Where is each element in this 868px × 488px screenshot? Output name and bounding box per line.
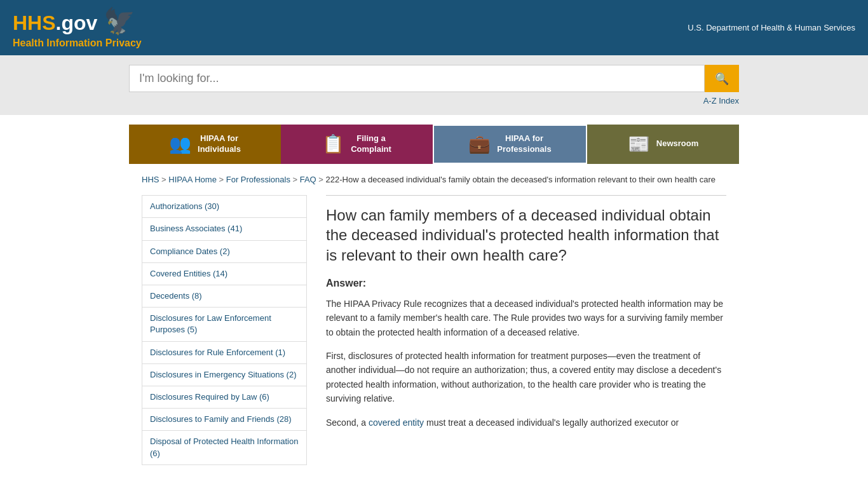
az-index-row: A-Z Index: [129, 95, 739, 105]
nav-filing-label: Filing aComplaint: [351, 133, 391, 155]
sidebar-link-business-associates[interactable]: Business Associates (41): [142, 218, 306, 240]
article-title: How can family members of a deceased ind…: [326, 205, 726, 265]
main-nav: 👥 HIPAA forIndividuals 📋 Filing aComplai…: [0, 125, 868, 164]
article-divider: [326, 195, 726, 196]
sidebar-item: Authorizations (30): [142, 196, 306, 218]
sidebar-item: Disclosures in Emergency Situations (2): [142, 364, 306, 386]
article-para-3: Second, a covered entity must treat a de…: [326, 416, 726, 430]
breadcrumb-current: 222-How a deceased individual's family o…: [326, 175, 715, 184]
nav-hipaa-individuals-label: HIPAA forIndividuals: [198, 133, 241, 155]
search-input[interactable]: [129, 65, 705, 92]
sidebar-item: Disclosures to Family and Friends (28): [142, 409, 306, 431]
gov-text: .gov: [56, 11, 98, 35]
header-left: HHS .gov 🦅 Health Information Privacy: [13, 6, 142, 49]
sidebar-link-required-by-law[interactable]: Disclosures Required by Law (6): [142, 386, 306, 408]
sidebar-item: Disposal of Protected Health Information…: [142, 431, 306, 464]
search-section: 🔍 A-Z Index: [0, 55, 868, 115]
sidebar-item: Business Associates (41): [142, 218, 306, 240]
sidebar-link-disposal[interactable]: Disposal of Protected Health Information…: [142, 431, 306, 464]
header-subtitle: Health Information Privacy: [13, 37, 142, 49]
breadcrumb: HHS > HIPAA Home > For Professionals > F…: [142, 173, 726, 186]
nav-professionals-label: HIPAA forProfessionals: [497, 133, 551, 155]
article-para-2: First, disclosures of protected health i…: [326, 349, 726, 406]
nav-filing-complaint[interactable]: 📋 Filing aComplaint: [281, 125, 433, 164]
breadcrumb-faq[interactable]: FAQ: [300, 175, 316, 184]
sidebar-link-authorizations[interactable]: Authorizations (30): [142, 196, 306, 217]
search-button[interactable]: 🔍: [705, 65, 739, 92]
individuals-icon: 👥: [169, 133, 191, 154]
sidebar: Authorizations (30) Business Associates …: [142, 195, 307, 464]
newsroom-icon: 📰: [628, 133, 650, 154]
sidebar-item: Compliance Dates (2): [142, 241, 306, 263]
sidebar-item: Disclosures Required by Law (6): [142, 386, 306, 409]
nav-buttons: 👥 HIPAA forIndividuals 📋 Filing aComplai…: [129, 125, 739, 164]
sidebar-link-decedents[interactable]: Decedents (8): [142, 285, 306, 307]
agency-name: U.S. Department of Health & Human Servic…: [688, 23, 855, 32]
sidebar-link-emergency-situations[interactable]: Disclosures in Emergency Situations (2): [142, 364, 306, 386]
content-layout: Authorizations (30) Business Associates …: [142, 195, 726, 464]
sidebar-link-law-enforcement[interactable]: Disclosures for Law Enforcement Purposes…: [142, 308, 306, 341]
sidebar-link-rule-enforcement[interactable]: Disclosures for Rule Enforcement (1): [142, 342, 306, 363]
breadcrumb-hipaa-home[interactable]: HIPAA Home: [168, 175, 217, 184]
answer-label: Answer:: [326, 278, 726, 289]
breadcrumb-hhs[interactable]: HHS: [142, 175, 159, 184]
az-index-link[interactable]: A-Z Index: [703, 96, 739, 105]
main-content: HHS > HIPAA Home > For Professionals > F…: [129, 173, 739, 465]
hhs-text: HHS: [13, 11, 56, 35]
professionals-icon: 💼: [468, 133, 491, 154]
nav-hipaa-individuals[interactable]: 👥 HIPAA forIndividuals: [129, 125, 281, 164]
sidebar-item: Decedents (8): [142, 285, 306, 308]
sidebar-link-compliance-dates[interactable]: Compliance Dates (2): [142, 241, 306, 262]
nav-hipaa-professionals[interactable]: 💼 HIPAA forProfessionals: [433, 125, 587, 164]
sidebar-item: Covered Entities (14): [142, 263, 306, 285]
filing-icon: 📋: [322, 133, 344, 154]
article-para-1: The HIPAA Privacy Rule recognizes that a…: [326, 297, 726, 339]
sidebar-link-covered-entities[interactable]: Covered Entities (14): [142, 263, 306, 285]
article: How can family members of a deceased ind…: [320, 195, 726, 439]
sidebar-link-family-friends[interactable]: Disclosures to Family and Friends (28): [142, 409, 306, 430]
sidebar-item: Disclosures for Law Enforcement Purposes…: [142, 308, 306, 341]
eagle-icon: 🦅: [104, 6, 135, 36]
nav-newsroom[interactable]: 📰 Newsroom: [587, 125, 739, 164]
site-header: HHS .gov 🦅 Health Information Privacy U.…: [0, 0, 868, 55]
covered-entity-link[interactable]: covered entity: [369, 417, 424, 428]
sidebar-item: Disclosures for Rule Enforcement (1): [142, 342, 306, 364]
breadcrumb-for-professionals[interactable]: For Professionals: [226, 175, 290, 184]
hhs-logo: HHS .gov 🦅: [13, 6, 142, 36]
search-wrapper: 🔍: [129, 65, 739, 92]
nav-newsroom-label: Newsroom: [656, 139, 698, 149]
